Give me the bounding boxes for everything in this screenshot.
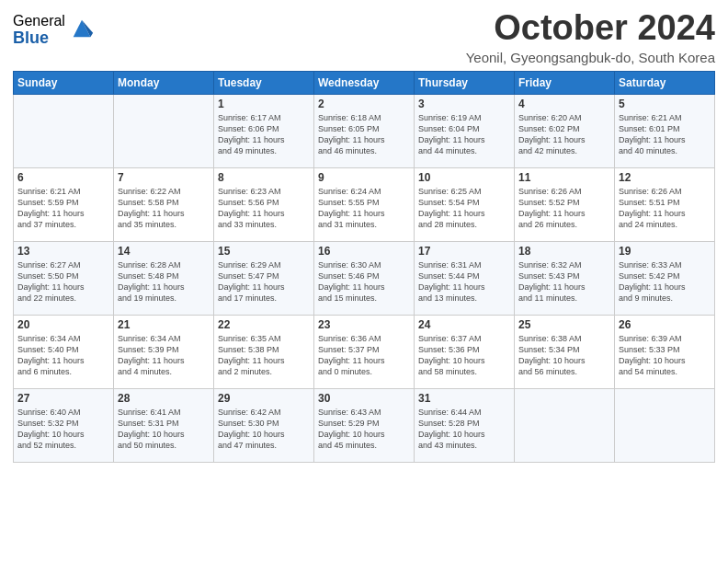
day-number: 25 [518, 318, 610, 331]
day-detail: Sunrise: 6:35 AM Sunset: 5:38 PM Dayligh… [218, 333, 310, 378]
day-detail: Sunrise: 6:29 AM Sunset: 5:47 PM Dayligh… [218, 259, 310, 304]
day-detail: Sunrise: 6:26 AM Sunset: 5:51 PM Dayligh… [619, 186, 711, 231]
calendar-day [615, 388, 715, 462]
logo: General Blue [13, 13, 95, 47]
day-number: 18 [518, 245, 610, 258]
calendar-day: 29Sunrise: 6:42 AM Sunset: 5:30 PM Dayli… [214, 388, 314, 462]
calendar-week-5: 27Sunrise: 6:40 AM Sunset: 5:32 PM Dayli… [14, 388, 715, 462]
day-number: 20 [17, 318, 109, 331]
day-number: 22 [218, 318, 310, 331]
day-number: 26 [619, 318, 711, 331]
calendar-week-1: 1Sunrise: 6:17 AM Sunset: 6:06 PM Daylig… [14, 94, 715, 167]
day-detail: Sunrise: 6:32 AM Sunset: 5:43 PM Dayligh… [518, 259, 610, 304]
day-detail: Sunrise: 6:26 AM Sunset: 5:52 PM Dayligh… [518, 186, 610, 231]
col-wednesday: Wednesday [314, 71, 415, 94]
calendar-day [14, 94, 114, 167]
col-saturday: Saturday [615, 71, 715, 94]
calendar-day [114, 94, 214, 167]
day-number: 28 [118, 392, 210, 405]
day-detail: Sunrise: 6:21 AM Sunset: 6:01 PM Dayligh… [619, 112, 711, 157]
day-detail: Sunrise: 6:18 AM Sunset: 6:05 PM Dayligh… [318, 112, 410, 157]
day-number: 9 [318, 171, 410, 184]
day-detail: Sunrise: 6:41 AM Sunset: 5:31 PM Dayligh… [118, 407, 210, 452]
day-number: 3 [418, 98, 510, 110]
calendar-day: 10Sunrise: 6:25 AM Sunset: 5:54 PM Dayli… [415, 167, 515, 241]
day-number: 13 [17, 245, 109, 258]
calendar-day: 13Sunrise: 6:27 AM Sunset: 5:50 PM Dayli… [14, 241, 114, 315]
calendar-day: 7Sunrise: 6:22 AM Sunset: 5:58 PM Daylig… [114, 167, 214, 241]
title-section: October 2024 Yeonil, Gyeongsangbuk-do, S… [466, 9, 715, 65]
day-detail: Sunrise: 6:37 AM Sunset: 5:36 PM Dayligh… [418, 333, 510, 378]
day-detail: Sunrise: 6:43 AM Sunset: 5:29 PM Dayligh… [318, 407, 410, 452]
day-detail: Sunrise: 6:20 AM Sunset: 6:02 PM Dayligh… [518, 112, 610, 157]
calendar-day: 16Sunrise: 6:30 AM Sunset: 5:46 PM Dayli… [314, 241, 415, 315]
day-number: 7 [118, 171, 210, 184]
day-detail: Sunrise: 6:24 AM Sunset: 5:55 PM Dayligh… [318, 186, 410, 231]
calendar-day [515, 388, 615, 462]
day-detail: Sunrise: 6:44 AM Sunset: 5:28 PM Dayligh… [418, 407, 510, 452]
day-detail: Sunrise: 6:42 AM Sunset: 5:30 PM Dayligh… [218, 407, 310, 452]
page-container: General Blue October 2024 Yeonil, Gyeong… [0, 0, 728, 470]
day-number: 4 [518, 98, 610, 110]
day-number: 27 [17, 392, 109, 405]
calendar-day: 3Sunrise: 6:19 AM Sunset: 6:04 PM Daylig… [415, 94, 515, 167]
day-detail: Sunrise: 6:34 AM Sunset: 5:39 PM Dayligh… [118, 333, 210, 378]
calendar-week-4: 20Sunrise: 6:34 AM Sunset: 5:40 PM Dayli… [14, 315, 715, 388]
calendar-day: 31Sunrise: 6:44 AM Sunset: 5:28 PM Dayli… [415, 388, 515, 462]
header-row: Sunday Monday Tuesday Wednesday Thursday… [14, 71, 715, 94]
calendar-day: 27Sunrise: 6:40 AM Sunset: 5:32 PM Dayli… [14, 388, 114, 462]
calendar-day: 22Sunrise: 6:35 AM Sunset: 5:38 PM Dayli… [214, 315, 314, 388]
calendar-day: 4Sunrise: 6:20 AM Sunset: 6:02 PM Daylig… [515, 94, 615, 167]
calendar-table: Sunday Monday Tuesday Wednesday Thursday… [13, 71, 715, 463]
calendar-day: 2Sunrise: 6:18 AM Sunset: 6:05 PM Daylig… [314, 94, 415, 167]
day-number: 6 [17, 171, 109, 184]
day-number: 12 [619, 171, 711, 184]
day-detail: Sunrise: 6:22 AM Sunset: 5:58 PM Dayligh… [118, 186, 210, 231]
day-number: 11 [518, 171, 610, 184]
calendar-day: 9Sunrise: 6:24 AM Sunset: 5:55 PM Daylig… [314, 167, 415, 241]
day-number: 2 [318, 98, 410, 110]
subtitle: Yeonil, Gyeongsangbuk-do, South Korea [466, 50, 715, 65]
calendar-day: 15Sunrise: 6:29 AM Sunset: 5:47 PM Dayli… [214, 241, 314, 315]
day-detail: Sunrise: 6:31 AM Sunset: 5:44 PM Dayligh… [418, 259, 510, 304]
day-detail: Sunrise: 6:25 AM Sunset: 5:54 PM Dayligh… [418, 186, 510, 231]
calendar-day: 5Sunrise: 6:21 AM Sunset: 6:01 PM Daylig… [615, 94, 715, 167]
col-sunday: Sunday [14, 71, 114, 94]
day-number: 30 [318, 392, 410, 405]
day-number: 16 [318, 245, 410, 258]
month-title: October 2024 [466, 9, 715, 48]
calendar-day: 25Sunrise: 6:38 AM Sunset: 5:34 PM Dayli… [515, 315, 615, 388]
day-number: 17 [418, 245, 510, 258]
logo-text: General Blue [13, 13, 65, 47]
calendar-day: 17Sunrise: 6:31 AM Sunset: 5:44 PM Dayli… [415, 241, 515, 315]
calendar-day: 26Sunrise: 6:39 AM Sunset: 5:33 PM Dayli… [615, 315, 715, 388]
day-number: 5 [619, 98, 711, 110]
day-number: 8 [218, 171, 310, 184]
day-number: 14 [118, 245, 210, 258]
day-number: 10 [418, 171, 510, 184]
day-detail: Sunrise: 6:30 AM Sunset: 5:46 PM Dayligh… [318, 259, 410, 304]
logo-icon [69, 16, 95, 41]
calendar-day: 12Sunrise: 6:26 AM Sunset: 5:51 PM Dayli… [615, 167, 715, 241]
calendar-day: 6Sunrise: 6:21 AM Sunset: 5:59 PM Daylig… [14, 167, 114, 241]
day-number: 1 [218, 98, 310, 110]
calendar-day: 18Sunrise: 6:32 AM Sunset: 5:43 PM Dayli… [515, 241, 615, 315]
day-detail: Sunrise: 6:36 AM Sunset: 5:37 PM Dayligh… [318, 333, 410, 378]
logo-blue: Blue [13, 29, 65, 48]
day-detail: Sunrise: 6:21 AM Sunset: 5:59 PM Dayligh… [17, 186, 109, 231]
day-detail: Sunrise: 6:23 AM Sunset: 5:56 PM Dayligh… [218, 186, 310, 231]
day-detail: Sunrise: 6:39 AM Sunset: 5:33 PM Dayligh… [619, 333, 711, 378]
calendar-day: 28Sunrise: 6:41 AM Sunset: 5:31 PM Dayli… [114, 388, 214, 462]
calendar-day: 19Sunrise: 6:33 AM Sunset: 5:42 PM Dayli… [615, 241, 715, 315]
calendar-week-2: 6Sunrise: 6:21 AM Sunset: 5:59 PM Daylig… [14, 167, 715, 241]
calendar-day: 21Sunrise: 6:34 AM Sunset: 5:39 PM Dayli… [114, 315, 214, 388]
day-detail: Sunrise: 6:27 AM Sunset: 5:50 PM Dayligh… [17, 259, 109, 304]
day-number: 31 [418, 392, 510, 405]
header: General Blue October 2024 Yeonil, Gyeong… [13, 9, 715, 65]
calendar-day: 1Sunrise: 6:17 AM Sunset: 6:06 PM Daylig… [214, 94, 314, 167]
day-number: 21 [118, 318, 210, 331]
day-detail: Sunrise: 6:38 AM Sunset: 5:34 PM Dayligh… [518, 333, 610, 378]
day-number: 15 [218, 245, 310, 258]
day-number: 19 [619, 245, 711, 258]
col-monday: Monday [114, 71, 214, 94]
